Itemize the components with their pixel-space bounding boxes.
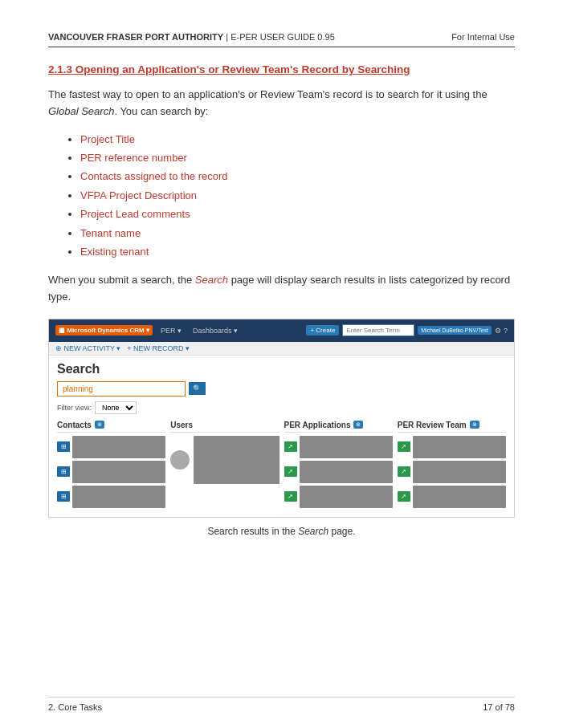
per-app-icon-3: ↗ [284, 491, 297, 502]
settings-icon[interactable]: ⚙ [495, 327, 501, 335]
section-title: 2.1.3 Opening an Application's or Review… [48, 63, 515, 75]
intro-paragraph: The fastest way to open to an applicatio… [48, 87, 515, 120]
per-review-item-1: ↗ [398, 436, 506, 458]
crm-nav-per[interactable]: PER ▾ [157, 325, 185, 336]
search-criteria-list: Project Title PER reference number Conta… [80, 130, 515, 262]
user-item-bar-1 [194, 436, 279, 484]
contacts-column: Contacts ⊗ ⊞ ⊞ ⊞ [57, 421, 165, 510]
user-item-1 [170, 436, 279, 484]
list-item: Contacts assigned to the record [80, 167, 515, 185]
crm-nav-dashboards[interactable]: Dashboards ▾ [190, 325, 241, 336]
per-review-icon-1: ↗ [398, 441, 410, 452]
contacts-header: Contacts ⊗ [57, 421, 165, 433]
per-app-item-2: ↗ [284, 461, 393, 483]
crm-nav-right: + Create Michael DuBelko PNV/Test ⚙ ? [306, 324, 508, 336]
per-app-bar-3 [300, 486, 393, 508]
per-app-item-3: ↗ [284, 486, 393, 508]
bullet-project-title: Project Title [80, 133, 135, 145]
filter-label: Filter view: [57, 404, 92, 412]
per-apps-header: PER Applications ⊗ [284, 421, 393, 433]
bullet-project-lead: Project Lead comments [80, 208, 190, 220]
bullet-vfpa: VFPA Project Description [80, 189, 197, 201]
crm-user-box: Michael DuBelko PNV/Test [418, 326, 492, 335]
intro-text: The fastest way to open to an applicatio… [48, 88, 488, 100]
result-italic: Search [195, 274, 228, 286]
caption-italic: Search [298, 526, 328, 537]
crm-page-title: Search [57, 362, 506, 376]
list-item: Project Lead comments [80, 205, 515, 223]
per-apps-icon: ⊗ [353, 421, 363, 429]
page: VANCOUVER FRASER PORT AUTHORITY | E-PER … [0, 0, 563, 728]
list-item: VFPA Project Description [80, 186, 515, 205]
per-review-icon: ⊗ [470, 421, 479, 429]
header-right: For Internal Use [451, 32, 515, 42]
caption-intro: Search results in the [207, 526, 298, 537]
contact-item-icon-3: ⊞ [57, 491, 70, 502]
result-intro: When you submit a search, the [48, 274, 195, 286]
bullet-tenant-name: Tenant name [80, 227, 141, 239]
crm-create-btn[interactable]: + Create [306, 325, 339, 336]
per-review-team-column: PER Review Team ⊗ ↗ ↗ ↗ [398, 421, 506, 510]
search-input-row: 🔍 [57, 381, 506, 397]
new-activity-btn[interactable]: ⊕ NEW ACTIVITY ▾ [55, 344, 120, 352]
contacts-icon: ⊗ [95, 421, 104, 429]
users-header: Users [170, 421, 279, 433]
per-applications-column: PER Applications ⊗ ↗ ↗ ↗ [284, 421, 393, 510]
contact-item-icon-2: ⊞ [57, 466, 70, 477]
crm-nav-left: ▦ Microsoft Dynamics CRM ▾ PER ▾ Dashboa… [55, 325, 241, 336]
header-left: VANCOUVER FRASER PORT AUTHORITY | E-PER … [48, 32, 335, 42]
filter-select[interactable]: None [95, 401, 137, 414]
search-button[interactable]: 🔍 [189, 382, 206, 395]
per-review-header: PER Review Team ⊗ [398, 421, 506, 433]
users-column: Users [170, 421, 279, 510]
results-grid: Contacts ⊗ ⊞ ⊞ ⊞ [57, 421, 506, 510]
new-record-btn[interactable]: + NEW RECORD ▾ [127, 344, 190, 352]
per-review-icon-3: ↗ [398, 491, 410, 502]
intro-end: . You can search by: [114, 105, 208, 117]
crm-subnav: ⊕ NEW ACTIVITY ▾ + NEW RECORD ▾ [49, 342, 514, 356]
intro-italic: Global Search [48, 105, 114, 117]
contact-item-2: ⊞ [57, 461, 165, 483]
footer-right: 17 of 78 [483, 702, 515, 712]
per-review-item-3: ↗ [398, 486, 506, 508]
crm-search-input[interactable] [342, 324, 414, 336]
list-item: Project Title [80, 130, 515, 148]
crm-navbar: ▦ Microsoft Dynamics CRM ▾ PER ▾ Dashboa… [49, 319, 514, 342]
per-review-icon-2: ↗ [398, 466, 410, 477]
users-title: Users [170, 421, 193, 429]
screenshot: ▦ Microsoft Dynamics CRM ▾ PER ▾ Dashboa… [48, 319, 515, 518]
bullet-existing-tenant: Existing tenant [80, 246, 149, 258]
caption-end: page. [328, 526, 355, 537]
crm-content: Search 🔍 Filter view: None Contacts [49, 356, 514, 517]
search-bar[interactable] [57, 381, 186, 397]
per-review-item-2: ↗ [398, 461, 506, 483]
per-app-bar-2 [300, 461, 393, 483]
bullet-contacts: Contacts assigned to the record [80, 170, 228, 182]
guide-label: | E-PER USER GUIDE 0.95 [223, 32, 335, 42]
list-item: Existing tenant [80, 242, 515, 261]
result-paragraph: When you submit a search, the Search pag… [48, 272, 515, 306]
list-item: Tenant name [80, 224, 515, 242]
list-item: PER reference number [80, 148, 515, 167]
contact-item-bar-1 [72, 436, 165, 458]
footer-left: 2. Core Tasks [48, 702, 102, 712]
org-name: VANCOUVER FRASER PORT AUTHORITY [48, 32, 223, 42]
per-review-bar-2 [413, 461, 506, 483]
page-header: VANCOUVER FRASER PORT AUTHORITY | E-PER … [48, 32, 515, 47]
per-apps-title: PER Applications [284, 421, 351, 429]
bullet-per-reference: PER reference number [80, 152, 187, 164]
crm-icon-bar: ⚙ ? [495, 327, 508, 335]
contact-item-bar-3 [72, 486, 165, 508]
help-icon[interactable]: ? [504, 327, 508, 335]
per-review-title: PER Review Team [398, 421, 467, 429]
per-app-item-1: ↗ [284, 436, 393, 458]
contact-item-3: ⊞ [57, 486, 165, 508]
per-review-bar-3 [413, 486, 506, 508]
caption: Search results in the Search page. [48, 526, 515, 537]
per-review-bar-1 [413, 436, 506, 458]
per-app-bar-1 [300, 436, 393, 458]
per-app-icon-1: ↗ [284, 441, 297, 452]
per-app-icon-2: ↗ [284, 466, 297, 477]
crm-logo: ▦ Microsoft Dynamics CRM ▾ [55, 325, 153, 336]
contact-item-icon-1: ⊞ [57, 441, 70, 452]
